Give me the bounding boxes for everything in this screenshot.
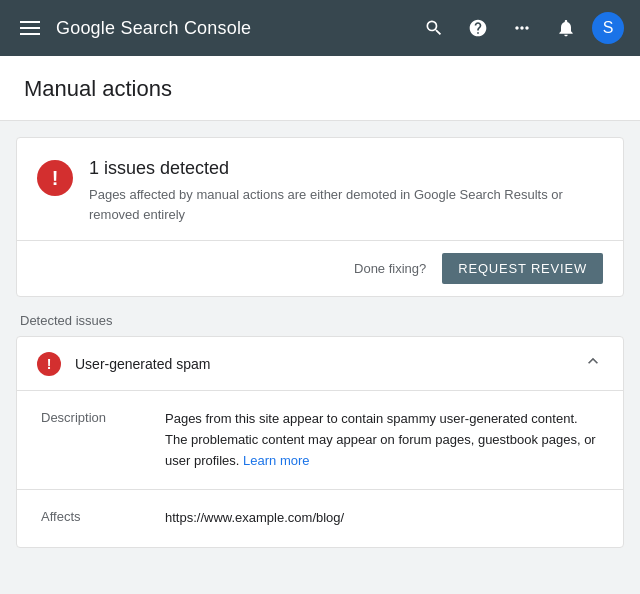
affects-row: Affects https://www.example.com/blog/ [17,490,623,547]
issue-details: Description Pages from this site appear … [17,391,623,547]
page-title: Manual actions [24,76,616,102]
search-icon[interactable] [416,10,452,46]
description-row: Description Pages from this site appear … [17,391,623,490]
description-value: Pages from this site appear to contain s… [165,409,599,471]
alert-description: Pages affected by manual actions are eit… [89,185,569,224]
notifications-icon[interactable] [548,10,584,46]
topbar-icons: S [416,10,624,46]
issues-count-heading: 1 issues detected [89,158,569,179]
affects-url: https://www.example.com/blog/ [165,508,599,529]
issue-title: User-generated spam [75,356,210,372]
done-fixing-label: Done fixing? [354,261,426,276]
topbar: Google Search Console S [0,0,640,56]
main-content: ! 1 issues detected Pages affected by ma… [0,121,640,564]
description-label: Description [41,409,141,425]
alert-card-content: 1 issues detected Pages affected by manu… [89,158,569,224]
issue-card-header[interactable]: ! User-generated spam [17,337,623,391]
issue-error-icon: ! [37,352,61,376]
alert-card: ! 1 issues detected Pages affected by ma… [16,137,624,297]
issue-header-left: ! User-generated spam [37,352,210,376]
learn-more-link[interactable]: Learn more [243,453,309,468]
apps-icon[interactable] [504,10,540,46]
page-header: Manual actions [0,56,640,121]
app-logo: Google Search Console [56,18,404,39]
issue-card: ! User-generated spam Description Pages … [16,336,624,548]
chevron-up-icon [583,351,603,376]
alert-card-actions: Done fixing? REQUEST REVIEW [17,240,623,296]
app-title: Google Search Console [56,18,251,39]
request-review-button[interactable]: REQUEST REVIEW [442,253,603,284]
user-avatar[interactable]: S [592,12,624,44]
affects-label: Affects [41,508,141,524]
alert-error-icon: ! [37,160,73,196]
menu-icon[interactable] [16,17,44,39]
detected-issues-label: Detected issues [16,297,624,336]
alert-card-top: ! 1 issues detected Pages affected by ma… [17,138,623,240]
help-icon[interactable] [460,10,496,46]
